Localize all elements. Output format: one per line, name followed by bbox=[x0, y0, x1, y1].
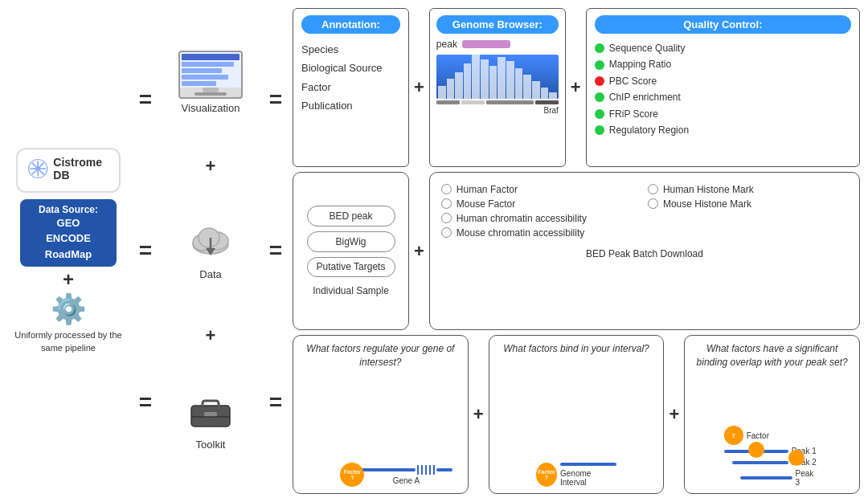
toolkit-interval-box: What factors bind in your interval? Fact… bbox=[489, 335, 665, 494]
center-plus-1: + bbox=[206, 156, 216, 177]
visualization-item: Visualization bbox=[178, 8, 243, 156]
mouse-chromatin-radio[interactable]: Mouse chromatin accessibility bbox=[441, 227, 848, 239]
annotation-publication: Publication bbox=[301, 96, 400, 115]
svg-point-9 bbox=[199, 228, 219, 247]
quality-box: Quality Control: Sequence Quality Mappin… bbox=[586, 8, 860, 167]
main-container: Cistrome DB Data Source: GEO ENCODE Road… bbox=[0, 0, 868, 502]
equals-3: = bbox=[139, 390, 152, 415]
bigwig-btn[interactable]: BigWig bbox=[307, 231, 395, 252]
quality-chip: ChIP enrichment bbox=[595, 89, 851, 105]
cistrome-icon bbox=[27, 156, 48, 182]
toolkit-gene-box: What factors regulate your gene of inter… bbox=[293, 335, 469, 494]
radio-circle-mca bbox=[441, 227, 452, 238]
factor-bubble-2: Factor? bbox=[536, 463, 557, 487]
radio-circle-mh bbox=[648, 198, 658, 209]
quality-map: Mapping Ratio bbox=[595, 56, 851, 72]
data-label: Data bbox=[199, 268, 221, 280]
visualization-label: Visualization bbox=[182, 102, 240, 114]
quality-header: Quality Control: bbox=[595, 15, 851, 34]
dot-map bbox=[595, 60, 604, 70]
toolkit-item: Toolkit bbox=[186, 346, 235, 494]
equals-r3: = bbox=[269, 390, 282, 415]
equals-1: = bbox=[139, 87, 152, 112]
row2: BED peak BigWig Putative Targets Individ… bbox=[293, 172, 860, 331]
genome-header: Genome Browser: bbox=[436, 15, 559, 34]
center-col: Visualization + Data + bbox=[162, 8, 259, 494]
factor-bubble-3: ? bbox=[724, 426, 743, 445]
annotation-list: Species Biological Source Factor Publica… bbox=[301, 40, 400, 116]
gene-a-label: Gene A bbox=[393, 476, 420, 485]
mouse-factor-radio[interactable]: Mouse Factor bbox=[441, 198, 641, 210]
toolkit1-visual: Factor? bbox=[340, 463, 420, 487]
left-panel: Cistrome DB Data Source: GEO ENCODE Road… bbox=[8, 8, 129, 494]
dot-frip bbox=[595, 109, 604, 119]
radio-circle-hca bbox=[441, 213, 452, 223]
toolkit3-visual: ? Factor Peak 1 Peak bbox=[724, 426, 821, 487]
quality-seq: Sequence Quality bbox=[595, 40, 851, 56]
individual-sample-box: BED peak BigWig Putative Targets Individ… bbox=[293, 172, 409, 331]
annotation-factor: Factor bbox=[301, 78, 400, 96]
equals-r1: = bbox=[269, 87, 282, 112]
human-chromatin-radio[interactable]: Human chromatin accessibility bbox=[441, 213, 848, 224]
braf-label: Braf bbox=[436, 106, 559, 115]
row2-plus: + bbox=[414, 172, 424, 331]
row3-plus2: + bbox=[669, 335, 679, 494]
putative-targets-btn[interactable]: Putative Targets bbox=[307, 257, 395, 278]
data-source-items: GEO ENCODE RoadMap bbox=[28, 215, 108, 263]
toolkit2-visual: Factor? Genome Interval bbox=[536, 463, 616, 487]
bed-peak-batch-label: BED Peak Batch Download bbox=[438, 248, 851, 259]
cistrome-logo: Cistrome DB bbox=[16, 148, 121, 193]
logo-text: Cistrome DB bbox=[53, 156, 109, 182]
toolkit-peak-box: What factors have a significant binding … bbox=[684, 335, 860, 494]
annotation-box: Annotation: Species Biological Source Fa… bbox=[293, 8, 409, 167]
equals-r2: = bbox=[269, 238, 282, 263]
dot-pbc bbox=[595, 76, 604, 86]
individual-label: Individual Sample bbox=[313, 285, 389, 296]
radio-circle-hh bbox=[648, 184, 658, 194]
svg-rect-13 bbox=[203, 401, 219, 409]
peak-bar bbox=[462, 40, 510, 48]
toolkit-label: Toolkit bbox=[196, 439, 226, 451]
cloud-icon bbox=[186, 222, 235, 265]
row1: Annotation: Species Biological Source Fa… bbox=[293, 8, 860, 167]
quality-frip: FRiP Score bbox=[595, 106, 851, 122]
mouse-histone-radio[interactable]: Mouse Histone Mark bbox=[648, 198, 848, 210]
quality-reg: Regulatory Region bbox=[595, 122, 851, 138]
logo-top: Cistrome DB bbox=[27, 156, 109, 182]
toolkit3-question: What factors have a significant binding … bbox=[691, 342, 853, 369]
bed-peak-batch-box: Human Factor Human Histone Mark Mouse Fa… bbox=[429, 172, 860, 331]
center-plus-2: + bbox=[206, 325, 216, 346]
roadmap-label: RoadMap bbox=[28, 247, 108, 263]
human-factor-radio[interactable]: Human Factor bbox=[441, 184, 641, 195]
row1-plus1: + bbox=[414, 8, 424, 167]
genome-visual: peak bbox=[436, 39, 559, 111]
geo-label: GEO bbox=[28, 215, 108, 231]
radio-circle-hf bbox=[441, 184, 452, 194]
toolkit2-question: What factors bind in your interval? bbox=[503, 342, 649, 356]
bed-peak-btn[interactable]: BED peak bbox=[307, 206, 395, 227]
genome-box: Genome Browser: peak bbox=[429, 8, 566, 167]
row3: What factors regulate your gene of inter… bbox=[293, 335, 860, 494]
overlap-bubble-2 bbox=[788, 450, 805, 466]
quality-list: Sequence Quality Mapping Ratio PBC Score… bbox=[595, 40, 851, 138]
annotation-bio-source: Biological Source bbox=[301, 59, 400, 77]
annotation-header: Annotation: bbox=[301, 15, 400, 34]
overlap-bubble-1 bbox=[748, 442, 764, 458]
encode-label: ENCODE bbox=[28, 231, 108, 247]
row3-plus1: + bbox=[473, 335, 484, 494]
data-source-box: Data Source: GEO ENCODE RoadMap bbox=[20, 199, 117, 267]
svg-point-5 bbox=[36, 166, 40, 170]
equals-2: = bbox=[139, 238, 152, 263]
genome-peak-label: peak bbox=[436, 39, 457, 50]
svg-rect-14 bbox=[204, 412, 217, 417]
toolkit-icon bbox=[186, 390, 235, 435]
radio-circle-mf bbox=[441, 198, 452, 209]
toolkit1-question: What factors regulate your gene of inter… bbox=[300, 342, 461, 369]
human-histone-radio[interactable]: Human Histone Mark bbox=[648, 184, 848, 195]
data-source-title: Data Source: bbox=[28, 204, 108, 215]
uniformly-text: Uniformly processed by the same pipeline bbox=[8, 329, 129, 354]
monitor-icon bbox=[178, 51, 243, 99]
radio-grid: Human Factor Human Histone Mark Mouse Fa… bbox=[438, 181, 851, 242]
genome-track bbox=[436, 55, 559, 99]
right-sections: Annotation: Species Biological Source Fa… bbox=[293, 8, 860, 494]
